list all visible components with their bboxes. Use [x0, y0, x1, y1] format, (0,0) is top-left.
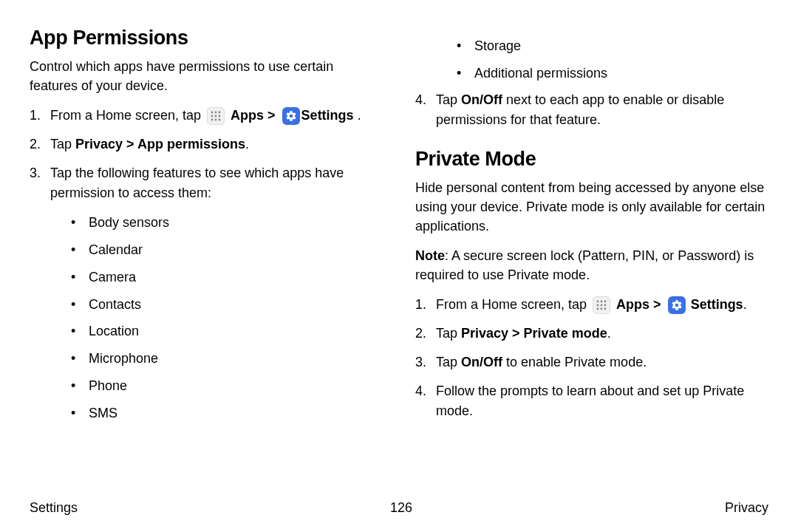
right-column: Storage Additional permissions Tap On/Of… [415, 27, 768, 485]
list-item: Camera [71, 267, 383, 288]
list-item: SMS [71, 403, 383, 424]
text: . [245, 137, 249, 151]
text: Tap [50, 137, 75, 151]
svg-point-11 [604, 301, 607, 303]
section-title-app-permissions: App Permissions [30, 27, 383, 50]
text: Tap [436, 355, 461, 369]
apps-label: Apps [616, 297, 649, 312]
text: From a Home screen, tap [50, 108, 205, 123]
svg-point-12 [597, 304, 599, 307]
svg-point-10 [601, 301, 603, 303]
list-item: Body sensors [71, 212, 383, 233]
step-2: Tap Privacy > Private mode. [415, 324, 768, 344]
svg-point-0 [211, 112, 214, 114]
settings-label: Settings [301, 108, 354, 123]
privacy-path: Privacy > Private mode [461, 326, 607, 341]
svg-point-16 [601, 308, 603, 310]
text: Tap [436, 326, 461, 341]
apps-grid-icon [593, 296, 610, 314]
list-item: Contacts [71, 294, 383, 316]
page-footer: Settings 126 Privacy [30, 500, 768, 516]
two-column-layout: App Permissions Control which apps have … [30, 27, 768, 485]
step-1: From a Home screen, tap Apps > Settings … [30, 106, 383, 126]
svg-point-13 [601, 304, 603, 307]
list-item: Additional permissions [457, 63, 768, 84]
svg-point-4 [215, 115, 217, 117]
step-2: Tap Privacy > App permissions. [30, 134, 383, 154]
section-title-private-mode: Private Mode [415, 148, 768, 171]
features-list-left: Body sensors Calendar Camera Contacts Lo… [50, 212, 383, 423]
step-3: Tap the following features to see which … [30, 163, 383, 423]
footer-page-number: 126 [390, 500, 412, 516]
note-label: Note [415, 248, 445, 263]
svg-point-3 [211, 115, 214, 117]
app-permissions-steps-cont: Tap On/Off next to each app to enable or… [415, 90, 768, 130]
settings-gear-icon [668, 296, 686, 314]
onoff-label: On/Off [461, 92, 502, 107]
separator: > [649, 297, 665, 312]
list-item: Calendar [71, 239, 383, 261]
left-column: App Permissions Control which apps have … [30, 27, 383, 485]
private-mode-note: Note: A secure screen lock (Pattern, PIN… [415, 246, 768, 284]
svg-point-15 [597, 308, 599, 310]
list-item: Phone [71, 375, 383, 397]
private-mode-intro: Hide personal content from being accesse… [415, 178, 768, 236]
text: From a Home screen, tap [436, 297, 590, 312]
note-text: : A secure screen lock (Pattern, PIN, or… [415, 248, 754, 282]
list-item: Storage [457, 35, 768, 57]
svg-point-7 [215, 119, 217, 121]
text: . [607, 326, 611, 341]
onoff-label: On/Off [461, 355, 502, 369]
privacy-path: Privacy > App permissions [75, 137, 245, 151]
private-mode-steps: From a Home screen, tap Apps > Settings.… [415, 295, 768, 421]
svg-point-17 [604, 308, 607, 310]
footer-left: Settings [30, 500, 78, 516]
svg-point-14 [604, 304, 607, 307]
settings-label: Settings [691, 297, 743, 312]
svg-point-8 [219, 119, 221, 121]
features-list-right: Storage Additional permissions [415, 35, 768, 84]
step-4: Follow the prompts to learn about and se… [415, 381, 768, 421]
text: Tap [436, 92, 461, 107]
text: . [743, 297, 747, 312]
settings-gear-icon [282, 107, 300, 125]
step-4: Tap On/Off next to each app to enable or… [415, 90, 768, 130]
text: . [354, 108, 361, 123]
svg-point-5 [219, 115, 221, 117]
app-permissions-steps: From a Home screen, tap Apps > Settings … [30, 106, 383, 423]
separator: > [264, 108, 279, 123]
svg-point-6 [211, 119, 214, 121]
list-item: Microphone [71, 348, 383, 369]
text: to enable Private mode. [502, 355, 647, 369]
list-item: Location [71, 321, 383, 342]
footer-right: Privacy [725, 500, 768, 516]
app-permissions-intro: Control which apps have permissions to u… [30, 57, 383, 95]
apps-label: Apps [231, 108, 264, 123]
step-1: From a Home screen, tap Apps > Settings. [415, 295, 768, 315]
apps-grid-icon [207, 107, 225, 125]
svg-point-2 [219, 112, 221, 114]
svg-point-1 [215, 112, 217, 114]
text: Tap the following features to see which … [50, 166, 344, 200]
svg-point-9 [597, 301, 599, 303]
step-3: Tap On/Off to enable Private mode. [415, 352, 768, 372]
